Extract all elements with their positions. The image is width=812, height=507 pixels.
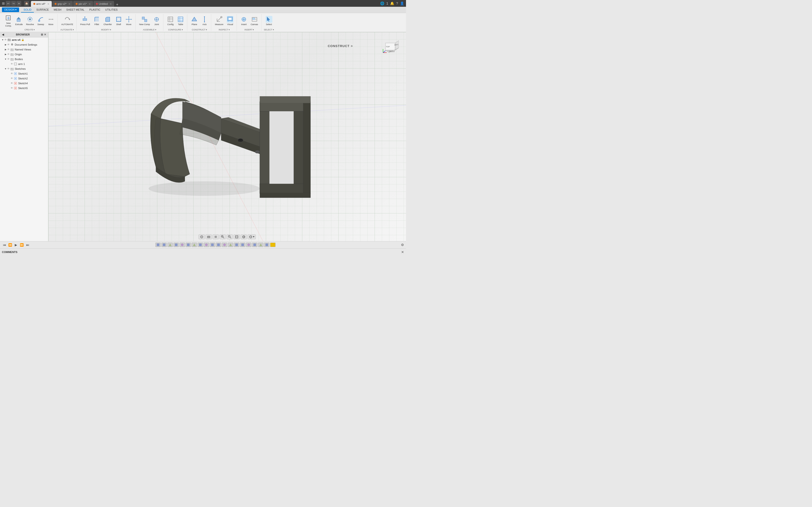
viewport-home-button[interactable] [199, 234, 205, 239]
ribbon-tab-solid[interactable]: SOLID [21, 7, 34, 12]
timeline-back[interactable]: ⏪ [8, 242, 12, 247]
account-icon[interactable]: 1 [386, 1, 388, 5]
timeline-item-9[interactable] [204, 243, 209, 247]
bodies-arrow[interactable]: ▼ [4, 58, 7, 60]
timeline-item-7[interactable] [192, 243, 197, 247]
timeline-item-12[interactable] [222, 243, 227, 247]
tree-sketches[interactable]: ▼ 👁 Sketches [0, 66, 48, 71]
shell-button[interactable]: Shell [114, 15, 123, 26]
construct-group-label[interactable]: CONSTRUCT ▾ [192, 29, 207, 31]
viewport-env-button[interactable] [241, 234, 247, 239]
timeline-play[interactable]: ▶ [13, 242, 18, 247]
origin-eye[interactable]: 👁 [7, 53, 10, 56]
tree-bodies[interactable]: ▼ 👁 Bodies [0, 57, 48, 62]
new-component-button[interactable]: NewComp. [4, 14, 13, 28]
viewport[interactable]: CONSTRUCT > [48, 32, 406, 241]
arm1-eye[interactable]: 👁 [11, 62, 13, 65]
more-create-button[interactable]: More [46, 15, 56, 26]
ribbon-tab-sheet-metal[interactable]: SHEET METAL [64, 7, 87, 12]
sweep-button[interactable]: Sweep [36, 15, 45, 26]
doc-settings-arrow[interactable]: ▶ [4, 44, 7, 46]
bodies-eye[interactable]: 👁 [7, 58, 10, 60]
automate-button[interactable]: AUTOMATE [60, 15, 74, 26]
timeline-item-4[interactable] [173, 243, 179, 247]
ribbon-tab-mesh[interactable]: MESH [51, 7, 64, 12]
timeline-item-18[interactable] [258, 243, 263, 247]
tree-root-arm[interactable]: ▼ 👁 arm v4 🔒 [0, 38, 48, 42]
sketches-eye[interactable]: 👁 [7, 67, 10, 70]
orientation-cube[interactable]: TOP LEFT FRONT [382, 39, 399, 56]
timeline-item-17[interactable] [252, 243, 257, 247]
timeline-item-15[interactable] [240, 243, 245, 247]
viewport-pan-button[interactable] [213, 234, 219, 239]
ribbon-tab-plastic[interactable]: PLASTIC [87, 7, 103, 12]
sketch5-eye[interactable]: 👁 [11, 87, 13, 89]
named-views-eye[interactable]: 👁 [7, 48, 10, 51]
root-collapse-arrow[interactable]: ▼ [1, 39, 4, 41]
tab-untitled[interactable]: Untitled ✕ [94, 1, 114, 7]
tab-pin[interactable]: pin v1* ✕ [73, 1, 93, 7]
timeline-settings-icon[interactable]: ⚙ [401, 243, 404, 247]
design-dropdown[interactable]: DESIGN ▾ [2, 7, 19, 12]
redo-button[interactable]: ↪ [11, 1, 16, 6]
tree-sketch1[interactable]: 👁 Sketch1 [0, 71, 48, 76]
named-views-arrow[interactable]: ▶ [4, 48, 7, 51]
configure-group-label[interactable]: CONFIGURE ▾ [168, 29, 183, 31]
fillet-button[interactable]: Fillet [92, 15, 101, 26]
create-group-label[interactable]: CREATE ▾ [24, 29, 35, 31]
viewport-display-button[interactable] [234, 234, 240, 239]
collapse-icon[interactable]: ◀ [2, 33, 4, 36]
sketches-arrow[interactable]: ▼ [4, 68, 7, 70]
tree-sketch5[interactable]: 👁 Sketch5 [0, 86, 48, 91]
move-button[interactable]: Move [124, 15, 134, 26]
timeline-item-8[interactable] [198, 243, 203, 247]
timeline-item-6[interactable] [186, 243, 191, 247]
assemble2-button[interactable]: Joint [152, 15, 161, 26]
timeline-item-1[interactable] [155, 243, 161, 247]
tree-sketch2[interactable]: 👁 Sketch2 [0, 76, 48, 81]
root-eye[interactable]: 👁 [4, 38, 7, 41]
user-icon[interactable]: 👤 [400, 1, 404, 5]
notifications-icon[interactable]: 🔔 [390, 1, 394, 5]
origin-arrow[interactable]: ▶ [4, 53, 7, 56]
tab-arm[interactable]: arm v4* ✕ [31, 1, 52, 7]
press-pull-button[interactable]: Press Pull [79, 15, 91, 26]
viewport-zoom-button[interactable] [220, 234, 226, 239]
browser-close-icon[interactable]: ✕ [44, 33, 46, 36]
insert1-button[interactable]: Insert [239, 15, 248, 26]
timeline-end[interactable]: ⏭ [25, 242, 30, 247]
help-icon[interactable]: ? [396, 1, 398, 5]
automate-group-label[interactable]: AUTOMATE ▾ [60, 29, 74, 31]
timeline-item-14[interactable] [234, 243, 239, 247]
tree-named-views[interactable]: ▶ 👁 Named Views [0, 47, 48, 52]
sketch2-eye[interactable]: 👁 [11, 77, 13, 80]
undo-dropdown-button[interactable]: ▾ [16, 1, 21, 6]
viewport-more-button[interactable]: ▾ [248, 234, 256, 239]
browser-filter-icon[interactable]: ⊞ [41, 33, 43, 36]
inspect-group-label[interactable]: INSPECT ▾ [219, 29, 230, 31]
construct1-button[interactable]: Plane [190, 15, 199, 26]
insert-group-label[interactable]: INSERT ▾ [245, 29, 254, 31]
ribbon-tab-surface[interactable]: SURFACE [34, 7, 51, 12]
configure1-button[interactable]: Config [166, 15, 175, 26]
globe-icon[interactable]: 🌐 [380, 1, 384, 5]
extrude-button[interactable]: Extrude [14, 15, 24, 26]
assemble-group-label[interactable]: ASSEMBLE ▾ [143, 29, 156, 31]
tab-add-button[interactable]: + [114, 2, 120, 7]
tab-grip[interactable]: grip v2* ✕ [52, 1, 73, 7]
timeline-item-20-active[interactable] [270, 243, 275, 247]
insert2-button[interactable]: Canvas [249, 15, 259, 26]
timeline-item-2[interactable] [161, 243, 167, 247]
revolve-button[interactable]: Revolve [25, 15, 35, 26]
tree-arm1[interactable]: 👁 arm 1 [0, 62, 48, 66]
app-grid-icon[interactable]: ⊞ [2, 1, 5, 5]
ribbon-tab-utilities[interactable]: UTILITIES [103, 7, 120, 12]
timeline-forward[interactable]: ⏩ [19, 242, 24, 247]
timeline-item-10[interactable] [210, 243, 215, 247]
tree-origin[interactable]: ▶ 👁 Origin [0, 52, 48, 57]
viewport-camera-button[interactable] [206, 234, 212, 239]
select-button[interactable]: Select [264, 15, 273, 26]
sketch1-eye[interactable]: 👁 [11, 72, 13, 75]
timeline-item-3[interactable] [167, 243, 173, 247]
timeline-back-start[interactable]: ⏮ [2, 242, 7, 247]
